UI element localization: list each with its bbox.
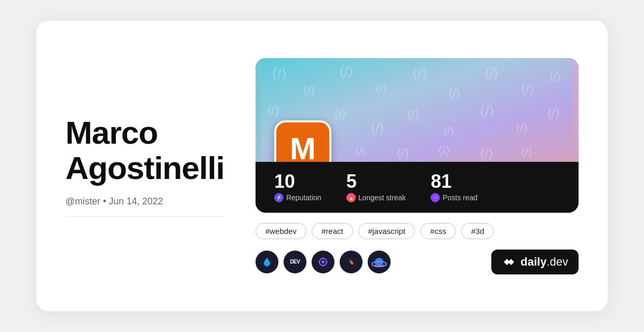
svg-text:⟨/⟩: ⟨/⟩ — [407, 108, 420, 122]
tag-3d[interactable]: #3d — [461, 223, 494, 239]
svg-text:⟨/⟩: ⟨/⟩ — [479, 103, 495, 119]
user-meta: @mister • Jun 14, 2022 — [65, 196, 224, 207]
svg-text:⟨/⟩: ⟨/⟩ — [479, 146, 493, 161]
svg-text:⟨/⟩: ⟨/⟩ — [485, 65, 499, 81]
tag-webdev[interactable]: #webdev — [256, 223, 306, 239]
water-drop-icon[interactable] — [256, 251, 278, 273]
stat-streak: 5 🔥 Longest streak — [346, 172, 406, 202]
tag-javascript[interactable]: #javascript — [358, 223, 415, 239]
svg-text:⟨/⟩: ⟨/⟩ — [443, 126, 454, 137]
dev-to-icon[interactable]: DEV — [284, 251, 306, 273]
svg-text:⟨/⟩: ⟨/⟩ — [547, 106, 560, 120]
posts-value: 81 — [431, 172, 477, 191]
divider — [65, 216, 224, 217]
fire-icon[interactable] — [340, 251, 363, 273]
profile-visual-card: ⟨/⟩ ⟨/⟩ ⟨/⟩ ⟨/⟩ ⟨/⟩ ⟨/⟩ ⟨/⟩ ⟨/⟩ ⟨/⟩ ⟨/⟩ … — [256, 58, 579, 213]
profile-card-container: Marco Agostinelli @mister • Jun 14, 2022 — [36, 21, 608, 311]
svg-text:⟨/⟩: ⟨/⟩ — [355, 146, 366, 158]
stat-reputation: 10 ⚡ Reputation — [274, 172, 321, 202]
separator: • — [103, 196, 109, 206]
svg-text:⟨/⟩: ⟨/⟩ — [516, 121, 528, 134]
svg-text:⟨/⟩: ⟨/⟩ — [334, 107, 346, 120]
brand-logo: daily.dev — [491, 250, 579, 274]
reputation-value: 10 — [274, 172, 321, 191]
svg-text:⟨/⟩: ⟨/⟩ — [396, 146, 409, 160]
user-name: Marco Agostinelli — [65, 115, 224, 186]
svg-text:⟨/⟩: ⟨/⟩ — [266, 104, 279, 118]
profile-banner: ⟨/⟩ ⟨/⟩ ⟨/⟩ ⟨/⟩ ⟨/⟩ ⟨/⟩ ⟨/⟩ ⟨/⟩ ⟨/⟩ ⟨/⟩ … — [256, 58, 579, 162]
username: @mister — [65, 196, 100, 206]
stats-bar: 10 ⚡ Reputation 5 🔥 Longest streak 81 — [256, 162, 579, 213]
social-row: DEV — [256, 250, 579, 274]
tag-react[interactable]: #react — [312, 223, 353, 239]
svg-text:⟨/⟩: ⟨/⟩ — [521, 146, 532, 158]
stat-posts: 81 ○ Posts read — [431, 172, 477, 202]
left-panel: Marco Agostinelli @mister • Jun 14, 2022 — [65, 115, 224, 217]
streak-label: 🔥 Longest streak — [346, 193, 406, 202]
crosshair-icon[interactable] — [312, 251, 334, 273]
brand-name: daily.dev — [520, 255, 568, 269]
svg-text:⟨/⟩: ⟨/⟩ — [438, 144, 450, 157]
svg-text:⟨/⟩: ⟨/⟩ — [370, 121, 384, 136]
svg-text:⟨/⟩: ⟨/⟩ — [272, 66, 287, 82]
reputation-label: ⚡ Reputation — [274, 193, 321, 202]
streak-icon: 🔥 — [346, 193, 356, 202]
reputation-icon: ⚡ — [274, 193, 284, 202]
social-icons-group: DEV — [256, 251, 391, 273]
posts-icon: ○ — [431, 193, 440, 202]
right-panel: ⟨/⟩ ⟨/⟩ ⟨/⟩ ⟨/⟩ ⟨/⟩ ⟨/⟩ ⟨/⟩ ⟨/⟩ ⟨/⟩ ⟨/⟩ … — [256, 58, 579, 274]
svg-text:⟨/⟩: ⟨/⟩ — [412, 66, 427, 82]
svg-point-27 — [321, 260, 325, 264]
tag-css[interactable]: #css — [420, 223, 456, 239]
posts-label: ○ Posts read — [431, 193, 477, 202]
svg-text:⟨/⟩: ⟨/⟩ — [521, 82, 534, 96]
svg-text:⟨/⟩: ⟨/⟩ — [303, 84, 315, 97]
svg-text:⟨/⟩: ⟨/⟩ — [339, 64, 353, 79]
svg-text:⟨/⟩: ⟨/⟩ — [448, 87, 461, 100]
svg-text:⟨/⟩: ⟨/⟩ — [549, 71, 561, 82]
saturn-icon[interactable] — [368, 251, 391, 273]
tags-row: #webdev #react #javascript #css #3d — [256, 223, 579, 239]
daily-dev-logo-icon — [502, 255, 516, 269]
avatar: M — [274, 120, 331, 162]
svg-text:⟨/⟩: ⟨/⟩ — [375, 82, 387, 94]
streak-value: 5 — [346, 172, 406, 191]
join-date: Jun 14, 2022 — [109, 196, 163, 206]
